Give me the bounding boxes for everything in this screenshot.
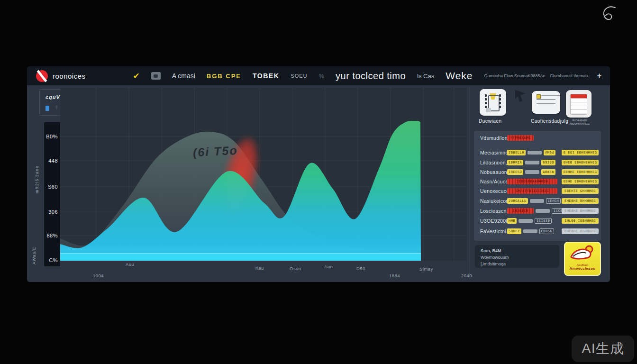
metric-cells: GM/aTT0IIIIIBII: [507, 188, 557, 194]
metric-right-badge: EBHHE EBHBHHHEG: [562, 169, 599, 175]
x-label-0: 1904: [93, 273, 104, 278]
sponsor-label: Amvecclasou: [565, 266, 600, 271]
x-label-8: 2040: [461, 273, 472, 278]
nav-item-10[interactable]: Gumooba Flow SnumaK0885An: [484, 73, 546, 78]
card-list[interactable]: [532, 91, 560, 114]
nav-check-icon[interactable]: ✔: [133, 71, 140, 81]
metric-badge: IREESO: [507, 169, 523, 175]
metric-cells: JURGALLUIEHGH: [507, 198, 561, 204]
metric-row-7[interactable]: Loscieascn..I0I0II0ICCB5EHEBHE BHHHHEG: [474, 207, 601, 215]
metric-cells: 2BBELL0#M6d: [507, 150, 555, 155]
info-line-2: Wovmowouum: [481, 255, 554, 261]
metric-badge: IEHGH: [546, 198, 561, 204]
metric-label: Nasiukeicon..: [480, 198, 509, 204]
info-line-1: Sion, B4M: [481, 248, 554, 255]
card-table-label: RVO4HEAEEABOOHKIRARLEE: [567, 119, 592, 126]
sponsor-logo-icon: [568, 245, 597, 263]
metric-cells: IREESOA0d5b: [507, 169, 555, 175]
metric-badge: HMB: [507, 218, 517, 224]
metric-row-2[interactable]: Lildasnoon,EBRRIA6928OEHEB EBHBHEHHEG: [474, 159, 601, 166]
y-tick-2: S60: [48, 184, 58, 190]
metric-right-badge: EHEBHE BHHHHEG: [562, 198, 599, 204]
metric-label: Nobuaauon: [480, 169, 507, 175]
metric-right-badge: EHEBHE BHHHHEG: [562, 228, 599, 234]
metric-cells: SHHEZCDRSG: [507, 228, 554, 234]
progress-bar: [525, 170, 539, 174]
nav-item-4[interactable]: TOBEK: [253, 72, 279, 80]
x-label-4: Aan: [324, 264, 333, 269]
metrics-panel: VdsmudilonoFFPHEAAMGMeeiasimncnt2BBELL0#…: [474, 131, 601, 241]
nav-item-8[interactable]: ls Cas: [417, 73, 434, 80]
metric-label: Nasn/Acuca,: [480, 179, 509, 184]
metric-cells: IEBEGEBAAHHHBH: [507, 179, 557, 184]
metric-label: Lildasnoon,: [480, 160, 507, 165]
info-card[interactable]: Sion, B4M Wovmowouum [Jmdsitimoqa: [475, 245, 559, 268]
x-label-3: Ossn: [290, 266, 301, 271]
card-film[interactable]: [480, 89, 506, 116]
info-line-3: [Jmdsitimoqa: [481, 261, 554, 268]
metric-badge: CDRSG: [539, 228, 555, 234]
metric-row-6[interactable]: Nasiukeicon..JURGALLUIEHGHEHEBHE BHHHHEG: [474, 197, 601, 205]
brand-label: roonoices: [53, 72, 86, 80]
nav-item-6[interactable]: %: [318, 73, 324, 80]
metric-badge: 6928O: [541, 160, 555, 165]
chart-plot-area: [60, 88, 467, 261]
y-tick-4: 88%: [46, 233, 58, 238]
metric-badge: A0d5b: [541, 169, 555, 175]
x-label-2: riau: [255, 265, 264, 271]
metric-cells: EBRRIA6928O: [507, 160, 555, 165]
film-icon: [485, 93, 501, 111]
area-chart: [60, 88, 467, 261]
metric-badge: IEBEGEBAAHHHBH: [507, 179, 557, 184]
dashboard-panel: roonoices ✔A cmasiBGB CPETOBEKSOEU%yur t…: [27, 66, 610, 282]
metric-row-5[interactable]: UenoxecuonGM/aTT0IIIIIBIIEBEHTE GHHHHEG: [474, 187, 601, 195]
brand[interactable]: roonoices: [36, 70, 86, 82]
metric-right-badge: EBHE EBHBHEHHEG: [562, 179, 599, 184]
list-icon: [537, 95, 555, 109]
brand-logo-icon: [36, 70, 48, 82]
progress-bar: [536, 209, 550, 213]
y-tick-5: C%: [49, 257, 58, 263]
nav-mini-button[interactable]: [151, 72, 161, 80]
sponsor-card[interactable]: AayuBuam Amvecclasou: [564, 242, 601, 276]
metric-right-badge: EBEHTE GHHHHEG: [562, 188, 599, 194]
metric-right-badge: EHEBHE BHHHHEG: [562, 208, 599, 214]
cyan-base-strip: [60, 254, 421, 261]
nav-item-5[interactable]: SOEU: [291, 73, 307, 79]
nav-right: Glumbanctil themab-:+: [550, 72, 601, 80]
metric-label: Vdsmudilono: [480, 135, 509, 141]
metric-label: Meeiasimncnt: [480, 150, 509, 155]
y-axis-title-bottom: AWas/E: [32, 246, 36, 264]
metric-right-badge: EHEB EBHBHEHHEG: [562, 160, 599, 165]
cursor-icon[interactable]: [514, 89, 527, 102]
progress-bar: [519, 219, 533, 223]
card-table[interactable]: [566, 90, 592, 118]
metric-row-1[interactable]: Meeiasimncnt2BBELL0#M6dE EGI EBHEHHHEG: [474, 149, 601, 156]
nav-item-r0[interactable]: Glumbanctil themab-:: [550, 73, 591, 78]
y-axis-title-top: mR2!5 2aoe: [35, 165, 39, 193]
x-label-6: 1884: [389, 273, 400, 278]
metric-cells: I0I0II0ICCB5: [507, 208, 567, 214]
nav-item-7[interactable]: yur toclced timo: [336, 71, 406, 82]
metric-badge: ICISS0: [535, 218, 552, 224]
metric-row-3[interactable]: NobuaauonIREESOA0d5bEBHHE EBHBHHHEG: [474, 168, 601, 176]
y-tick-0: B0%: [46, 134, 58, 139]
metric-row-9[interactable]: FaVestictni..SHHEZCDRSGEHEBHE BHHHHEG: [474, 228, 601, 235]
swoosh-icon: [598, 5, 621, 27]
nav-item-r1[interactable]: +: [597, 72, 601, 80]
nav-item-2[interactable]: A cmasi: [172, 72, 195, 80]
metric-badge: #M6d: [544, 150, 555, 155]
metric-badge: 2BBELL0: [507, 150, 526, 155]
metric-row-4[interactable]: Nasn/Acuca,IEBEGEBAAHHHBHEBHE EBHBHEHHEG: [474, 178, 601, 185]
metric-row-0[interactable]: VdsmudilonoFFPHEAAMG: [474, 134, 601, 142]
metric-row-8[interactable]: U3OE92000HMBICISS0IHL00 IEBHHHEG: [474, 217, 601, 225]
nav-item-9[interactable]: Weke: [446, 70, 473, 82]
progress-bar: [523, 229, 537, 233]
y-tick-1: 448: [48, 158, 58, 164]
nav-item-3[interactable]: BGB CPE: [207, 73, 241, 80]
metric-label: Loscieascn..: [480, 208, 509, 214]
y-axis-strip: B0%448S6030688%C%: [44, 122, 60, 266]
metric-badge: SHHEZ: [507, 228, 521, 234]
card-list-label: Caofiensdadjulg: [531, 118, 568, 124]
metric-label: FaVestictni..: [480, 228, 509, 234]
